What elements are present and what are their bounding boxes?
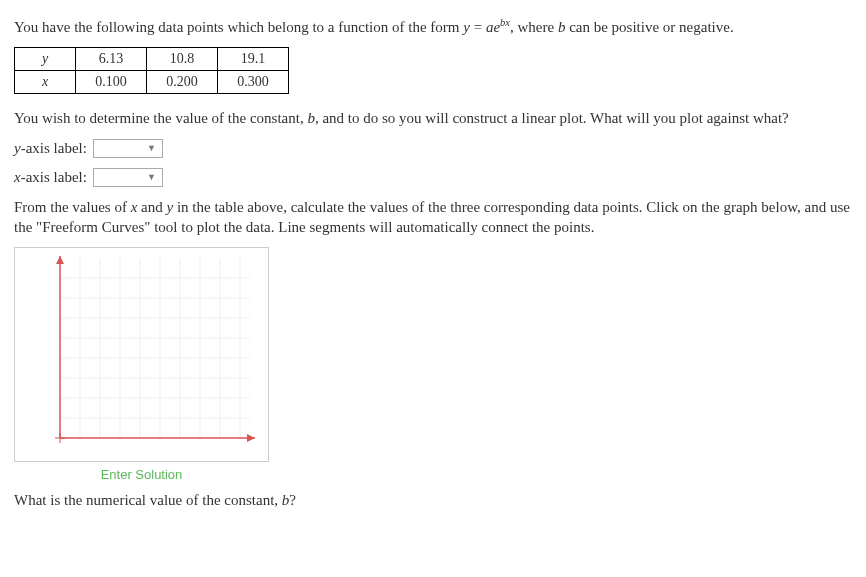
- x-axis-select[interactable]: [93, 168, 163, 187]
- svg-marker-21: [56, 256, 64, 264]
- para3a: From the values of: [14, 199, 131, 215]
- table-cell: 6.13: [76, 48, 147, 71]
- table-row: x 0.100 0.200 0.300: [15, 71, 289, 94]
- table-cell: 0.100: [76, 71, 147, 94]
- equation-equals: =: [470, 19, 486, 35]
- graph-canvas[interactable]: [14, 247, 269, 462]
- y-axis-suffix: -axis label:: [21, 140, 87, 156]
- data-table: y 6.13 10.8 19.1 x 0.100 0.200 0.300: [14, 47, 289, 94]
- table-cell: 19.1: [218, 48, 289, 71]
- row-label-y: y: [15, 48, 76, 71]
- svg-marker-20: [247, 434, 255, 442]
- graph-axes-icon: [15, 248, 268, 461]
- x-axis-label: x-axis label:: [14, 169, 87, 186]
- table-cell: 0.300: [218, 71, 289, 94]
- final-question: What is the numerical value of the const…: [14, 490, 852, 510]
- intro-tail2: can be positive or negative.: [565, 19, 733, 35]
- table-row: y 6.13 10.8 19.1: [15, 48, 289, 71]
- y-axis-row: y-axis label:: [14, 139, 852, 158]
- y-axis-select[interactable]: [93, 139, 163, 158]
- equation-y: y: [463, 19, 470, 35]
- enter-solution-row: Enter Solution: [14, 462, 269, 484]
- graph-widget: Enter Solution: [14, 247, 269, 484]
- para2c: , and to do so you will construct a line…: [315, 110, 789, 126]
- row-label-x: x: [15, 71, 76, 94]
- intro-text: You have the following data points which…: [14, 19, 463, 35]
- y-axis-label: y-axis label:: [14, 140, 87, 157]
- x-axis-prefix: x: [14, 169, 21, 185]
- x-axis-row: x-axis label:: [14, 168, 852, 187]
- final-q-c: ?: [289, 492, 296, 508]
- table-cell: 10.8: [147, 48, 218, 71]
- y-axis-prefix: y: [14, 140, 21, 156]
- para2a: You wish to determine the value of the c…: [14, 110, 307, 126]
- intro-paragraph: You have the following data points which…: [14, 16, 852, 37]
- enter-solution-link[interactable]: Enter Solution: [101, 467, 183, 482]
- para3-and: and: [137, 199, 166, 215]
- table-cell: 0.200: [147, 71, 218, 94]
- intro-tail: , where: [510, 19, 558, 35]
- equation-exponent: bx: [500, 17, 510, 28]
- plot-instructions-paragraph: From the values of x and y in the table …: [14, 197, 852, 238]
- para2-b: b: [307, 110, 315, 126]
- final-q-a: What is the numerical value of the const…: [14, 492, 282, 508]
- x-axis-suffix: -axis label:: [21, 169, 87, 185]
- linear-plot-paragraph: You wish to determine the value of the c…: [14, 108, 852, 128]
